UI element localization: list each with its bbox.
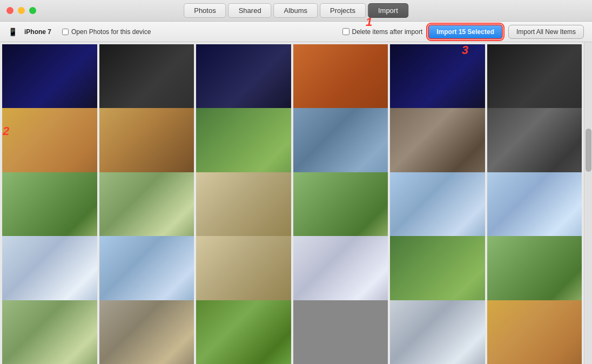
scrollbar-track[interactable] [584,42,592,364]
tab-projects[interactable]: Projects [320,3,366,18]
tab-photos[interactable]: Photos [184,3,226,18]
close-button[interactable] [6,7,14,14]
open-photos-checkbox-container[interactable]: Open Photos for this device [62,28,151,36]
title-bar: Photos Shared Albums Projects Import [0,0,592,22]
scrollbar-thumb[interactable] [586,129,591,172]
delete-check-container[interactable]: Delete items after import [342,28,423,36]
toolbar: 📱 iPhone 7 Open Photos for this device D… [0,22,592,42]
minimize-button[interactable] [18,7,25,14]
device-name: iPhone 7 [24,28,51,36]
open-photos-label: Open Photos for this device [71,28,151,36]
photo-cell[interactable] [293,300,388,364]
import-all-button[interactable]: Import All New Items [508,25,584,39]
import-selected-button[interactable]: Import 15 Selected [428,24,503,39]
photo-grid-container: ✓✓✓✓✓✓✓✓✓✓✓✓✓✓✓✓ [0,42,592,364]
nav-tabs: Photos Shared Albums Projects Import [183,3,409,18]
tab-import[interactable]: Import [368,3,408,18]
photo-cell[interactable] [487,300,582,364]
maximize-button[interactable] [29,7,36,14]
delete-after-import-label: Delete items after import [352,28,423,36]
photo-cell[interactable] [196,300,291,364]
open-photos-checkbox[interactable] [62,29,69,35]
delete-after-import-checkbox[interactable] [342,28,349,35]
tab-shared[interactable]: Shared [228,3,272,18]
tab-albums[interactable]: Albums [274,3,318,18]
device-icon: 📱 [8,28,17,36]
photo-cell[interactable] [390,300,485,364]
photo-grid: ✓✓✓✓✓✓✓✓✓✓✓✓✓✓✓✓ [0,42,584,364]
photo-cell[interactable] [99,300,194,364]
photo-cell[interactable] [2,300,97,364]
window-controls [0,7,36,14]
